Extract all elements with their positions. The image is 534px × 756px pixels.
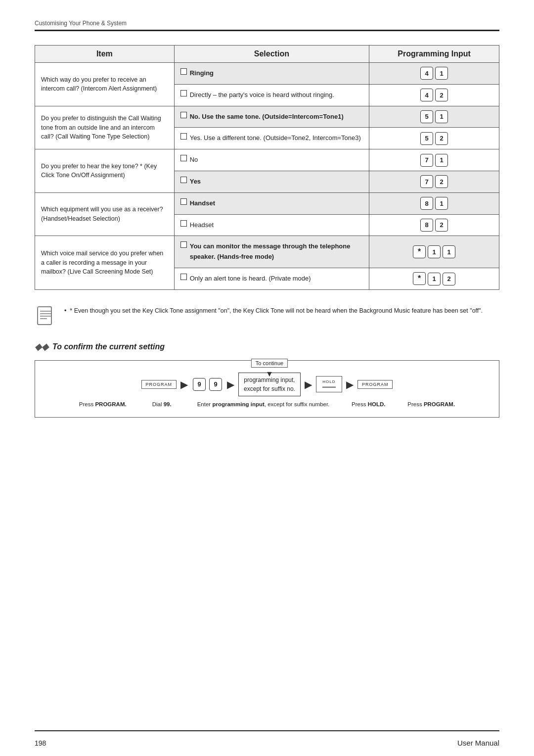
bottom-bar: 198 User Manual: [35, 739, 499, 747]
page: Customising Your Phone & System Item Sel…: [0, 0, 534, 756]
note-section: • * Even though you set the Key Click To…: [35, 304, 499, 327]
checkbox-icon: [180, 220, 187, 227]
to-continue-arrow: ▼: [266, 370, 273, 378]
key-2: 2: [435, 219, 448, 232]
selection-cell-0-0: Ringing: [174, 63, 369, 85]
key-7: 7: [420, 154, 433, 167]
prog-cell-1-0: 51: [369, 106, 499, 128]
item-cell-3: Which equipment will you use as a receiv…: [35, 192, 175, 236]
flow-step-4: HOLD ▬▬▬: [316, 376, 342, 392]
hold-button: HOLD ▬▬▬: [316, 376, 342, 392]
arrow-2: ▶: [227, 378, 234, 390]
arrow-3: ▶: [305, 378, 312, 390]
checkbox-icon: [180, 198, 187, 205]
bottom-rule: [35, 730, 499, 731]
top-rule: [35, 30, 499, 31]
col-programming-header: Programming Input: [369, 46, 499, 63]
key-1: 1: [443, 245, 455, 258]
prog-cell-3-1: 82: [369, 214, 499, 236]
selection-cell-4-1: Only an alert tone is heard. (Private mo…: [174, 268, 369, 289]
desc-3: Enter programming input, except for suff…: [197, 401, 330, 407]
col-selection-header: Selection: [174, 46, 369, 63]
page-number: 198: [35, 739, 46, 747]
key-2: 2: [435, 89, 448, 101]
selection-cell-3-1: Headset: [174, 214, 369, 236]
flow-step-1: PROGRAM: [141, 380, 177, 389]
program-button-2: PROGRAM: [357, 380, 393, 389]
user-manual-label: User Manual: [457, 739, 499, 747]
arrow-1: ▶: [180, 378, 188, 390]
flow-step-2: 9 9: [192, 378, 223, 391]
confirm-title-text: To confirm the current setting: [52, 342, 165, 351]
flow-step-3: To continue ▼ programming input,except f…: [238, 373, 301, 396]
col-item-header: Item: [35, 46, 175, 63]
key-2: 2: [435, 132, 448, 145]
checkbox-icon: [180, 112, 187, 118]
main-table: Item Selection Programming Input Which w…: [35, 45, 499, 290]
desc-2: Dial 99.: [148, 401, 176, 407]
dial-pair: 9 9: [192, 378, 223, 391]
to-continue-label: To continue: [251, 359, 288, 368]
selection-cell-0-1: Directly – the party's voice is heard wi…: [174, 84, 369, 106]
selection-cell-1-0: No. Use the same tone. (Outside=Intercom…: [174, 106, 369, 128]
key-2: 2: [435, 175, 448, 188]
item-cell-0: Which way do you prefer to receive an in…: [35, 63, 175, 106]
key-9-b: 9: [209, 378, 222, 391]
key-*: *: [413, 245, 426, 258]
item-cell-4: Which voice mail service do you prefer w…: [35, 236, 175, 289]
key-9-a: 9: [193, 378, 206, 391]
checkbox-icon: [180, 133, 187, 140]
confirm-box: PROGRAM ▶ 9 9 ▶: [35, 360, 499, 418]
prog-cell-2-1: 72: [369, 171, 499, 192]
prog-cell-3-0: 81: [369, 192, 499, 214]
checkbox-icon: [180, 68, 187, 75]
key-*: *: [413, 272, 426, 285]
prog-cell-4-0: *11: [369, 236, 499, 268]
key-4: 4: [420, 67, 433, 80]
note-text: • * Even though you set the Key Click To…: [64, 304, 483, 316]
note-icon: [35, 305, 56, 327]
key-1: 1: [428, 245, 441, 258]
prog-cell-0-1: 42: [369, 84, 499, 106]
key-1: 1: [435, 154, 448, 167]
svg-rect-0: [38, 307, 51, 325]
key-5: 5: [420, 110, 433, 123]
key-5: 5: [420, 132, 433, 145]
selection-cell-4-0: You can monitor the message through the …: [174, 236, 369, 268]
prog-cell-1-1: 52: [369, 128, 499, 149]
key-1: 1: [435, 110, 448, 123]
confirm-title: ◆◆ To confirm the current setting: [35, 341, 499, 352]
item-cell-2: Do you prefer to hear the key tone? * (K…: [35, 149, 175, 193]
key-8: 8: [420, 219, 433, 232]
arrow-4: ▶: [346, 378, 354, 390]
checkbox-icon: [180, 155, 187, 161]
key-1: 1: [435, 67, 448, 80]
flow-descriptions: Press PROGRAM. Dial 99. Enter programmin…: [50, 401, 484, 407]
program-button-1: PROGRAM: [141, 380, 177, 389]
desc-4: Press HOLD.: [351, 401, 386, 407]
key-1: 1: [435, 197, 448, 210]
checkbox-icon: [180, 90, 187, 96]
key-4: 4: [420, 89, 433, 101]
diamonds-icon: ◆◆: [35, 341, 48, 352]
note-content: * Even though you set the Key Click Tone…: [70, 307, 483, 314]
key-7: 7: [420, 175, 433, 188]
desc-1: Press PROGRAM.: [79, 401, 127, 407]
item-cell-1: Do you prefer to distinguish the Call Wa…: [35, 106, 175, 149]
selection-cell-2-0: No: [174, 149, 369, 171]
checkbox-icon: [180, 177, 187, 183]
key-8: 8: [420, 197, 433, 210]
key-1: 1: [428, 273, 441, 285]
prog-cell-2-0: 71: [369, 149, 499, 171]
desc-5: Press PROGRAM.: [407, 401, 455, 407]
selection-cell-2-1: Yes: [174, 171, 369, 192]
page-header: Customising Your Phone & System: [35, 20, 499, 27]
checkbox-icon: [180, 274, 187, 280]
checkbox-icon: [180, 241, 187, 248]
prog-cell-4-1: *12: [369, 268, 499, 289]
selection-cell-1-1: Yes. Use a different tone. (Outside=Tone…: [174, 128, 369, 149]
selection-cell-3-0: Handset: [174, 192, 369, 214]
key-2: 2: [443, 273, 455, 285]
flow-step-5: PROGRAM: [357, 380, 393, 389]
prog-cell-0-0: 41: [369, 63, 499, 85]
